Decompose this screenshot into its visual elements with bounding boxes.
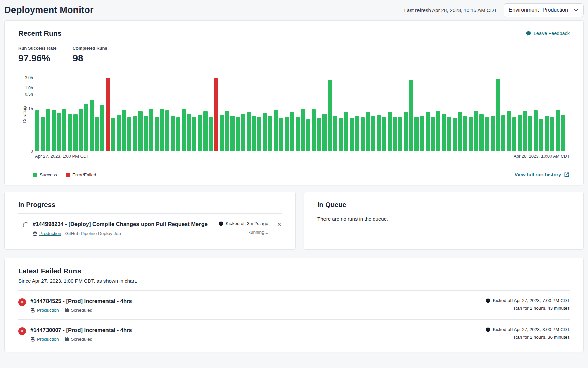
run-bar-success[interactable] bbox=[561, 115, 565, 151]
run-bar-success[interactable] bbox=[301, 109, 305, 151]
run-bar-success[interactable] bbox=[512, 117, 516, 151]
run-bar-success[interactable] bbox=[296, 117, 300, 151]
run-bar-success[interactable] bbox=[404, 112, 408, 151]
run-bar-success[interactable] bbox=[469, 117, 473, 151]
run-bar-success[interactable] bbox=[203, 111, 207, 151]
run-bar-success[interactable] bbox=[252, 116, 256, 151]
run-bar-success[interactable] bbox=[426, 112, 430, 151]
run-bar-success[interactable] bbox=[165, 110, 169, 151]
run-bar-success[interactable] bbox=[209, 117, 213, 151]
run-bar-success[interactable] bbox=[366, 112, 370, 151]
run-bar-success[interactable] bbox=[220, 115, 224, 151]
run-bar-success[interactable] bbox=[285, 117, 289, 151]
run-bar-success[interactable] bbox=[550, 117, 554, 151]
run-bar-success[interactable] bbox=[182, 109, 186, 151]
run-bar-success[interactable] bbox=[523, 111, 527, 151]
run-bar-success[interactable] bbox=[393, 117, 397, 151]
environment-link[interactable]: Production bbox=[37, 337, 59, 342]
environment-dropdown[interactable]: Environment Production bbox=[504, 3, 584, 17]
run-bar-success[interactable] bbox=[133, 116, 137, 151]
run-bar-success[interactable] bbox=[35, 110, 39, 151]
run-bar-success[interactable] bbox=[501, 115, 505, 151]
run-bar-success[interactable] bbox=[73, 114, 78, 151]
run-bar-success[interactable] bbox=[361, 117, 365, 151]
run-bar-success[interactable] bbox=[46, 109, 50, 151]
run-bar-success[interactable] bbox=[192, 117, 196, 151]
run-bar-success[interactable] bbox=[247, 112, 251, 151]
run-bar-success[interactable] bbox=[62, 109, 66, 151]
run-bar-error[interactable] bbox=[106, 78, 110, 151]
run-bar-success[interactable] bbox=[257, 117, 261, 151]
run-bar-success[interactable] bbox=[187, 114, 191, 151]
run-bar-success[interactable] bbox=[274, 110, 278, 151]
run-bar-success[interactable] bbox=[95, 117, 99, 151]
leave-feedback-link[interactable]: Leave Feedback bbox=[526, 31, 570, 36]
run-bar-success[interactable] bbox=[57, 113, 61, 151]
run-bar-success[interactable] bbox=[198, 115, 202, 151]
run-bar-success[interactable] bbox=[138, 111, 142, 151]
run-bar-success[interactable] bbox=[100, 105, 104, 151]
run-bar-success[interactable] bbox=[453, 118, 457, 151]
run-bar-success[interactable] bbox=[442, 114, 446, 151]
run-bar-success[interactable] bbox=[518, 115, 522, 151]
run-bar-error[interactable] bbox=[214, 78, 218, 151]
run-bar-success[interactable] bbox=[534, 110, 538, 151]
run-bar-success[interactable] bbox=[90, 100, 94, 151]
run-bar-success[interactable] bbox=[377, 115, 381, 151]
run-bar-success[interactable] bbox=[436, 111, 440, 151]
run-bar-success[interactable] bbox=[160, 109, 164, 151]
run-bar-success[interactable] bbox=[306, 119, 310, 151]
run-bar-success[interactable] bbox=[528, 116, 532, 151]
run-bar-success[interactable] bbox=[496, 79, 500, 151]
run-bar-success[interactable] bbox=[268, 116, 272, 151]
close-icon[interactable]: ✕ bbox=[277, 221, 282, 228]
run-bar-success[interactable] bbox=[52, 110, 56, 151]
run-bar-success[interactable] bbox=[149, 109, 153, 151]
run-bar-success[interactable] bbox=[144, 116, 148, 151]
run-bar-success[interactable] bbox=[431, 117, 435, 151]
run-bar-success[interactable] bbox=[545, 116, 549, 151]
run-bar-success[interactable] bbox=[290, 112, 294, 151]
run-bar-success[interactable] bbox=[458, 112, 462, 151]
run-bar-success[interactable] bbox=[117, 115, 121, 151]
run-bar-success[interactable] bbox=[382, 117, 386, 151]
run-bar-success[interactable] bbox=[371, 116, 375, 151]
run-bar-success[interactable] bbox=[41, 117, 45, 151]
run-bar-success[interactable] bbox=[447, 117, 451, 151]
run-bar-success[interactable] bbox=[463, 116, 467, 151]
view-full-run-history-link[interactable]: View full run history bbox=[515, 172, 570, 178]
run-bar-success[interactable] bbox=[225, 111, 229, 151]
run-bar-success[interactable] bbox=[241, 114, 245, 151]
run-bar-success[interactable] bbox=[122, 110, 126, 151]
run-bar-success[interactable] bbox=[344, 112, 348, 151]
run-bar-success[interactable] bbox=[491, 116, 495, 151]
run-bar-success[interactable] bbox=[176, 117, 180, 151]
run-bar-success[interactable] bbox=[230, 116, 235, 151]
run-bar-success[interactable] bbox=[420, 116, 424, 151]
run-bar-success[interactable] bbox=[388, 112, 392, 151]
run-bar-success[interactable] bbox=[68, 114, 72, 151]
run-bar-success[interactable] bbox=[317, 118, 321, 151]
run-bar-success[interactable] bbox=[507, 111, 511, 151]
run-bar-success[interactable] bbox=[84, 104, 88, 151]
run-bar-success[interactable] bbox=[350, 118, 354, 151]
run-bar-success[interactable] bbox=[322, 114, 327, 151]
run-bar-success[interactable] bbox=[409, 80, 413, 151]
run-bar-success[interactable] bbox=[339, 118, 343, 151]
run-bar-success[interactable] bbox=[479, 114, 484, 151]
run-bar-success[interactable] bbox=[474, 111, 478, 151]
run-bar-success[interactable] bbox=[539, 119, 543, 151]
run-bar-success[interactable] bbox=[485, 117, 489, 151]
run-bar-success[interactable] bbox=[155, 117, 159, 151]
run-bar-success[interactable] bbox=[236, 117, 240, 151]
environment-link[interactable]: Production bbox=[37, 308, 59, 313]
run-bar-success[interactable] bbox=[414, 117, 419, 151]
run-bar-success[interactable] bbox=[79, 109, 83, 151]
run-bar-success[interactable] bbox=[312, 109, 316, 151]
run-bar-success[interactable] bbox=[127, 117, 131, 151]
run-bar-success[interactable] bbox=[355, 116, 359, 151]
run-bar-success[interactable] bbox=[263, 113, 267, 151]
environment-link[interactable]: Production bbox=[39, 231, 61, 236]
run-bar-success[interactable] bbox=[398, 117, 402, 151]
run-bar-success[interactable] bbox=[111, 118, 115, 151]
